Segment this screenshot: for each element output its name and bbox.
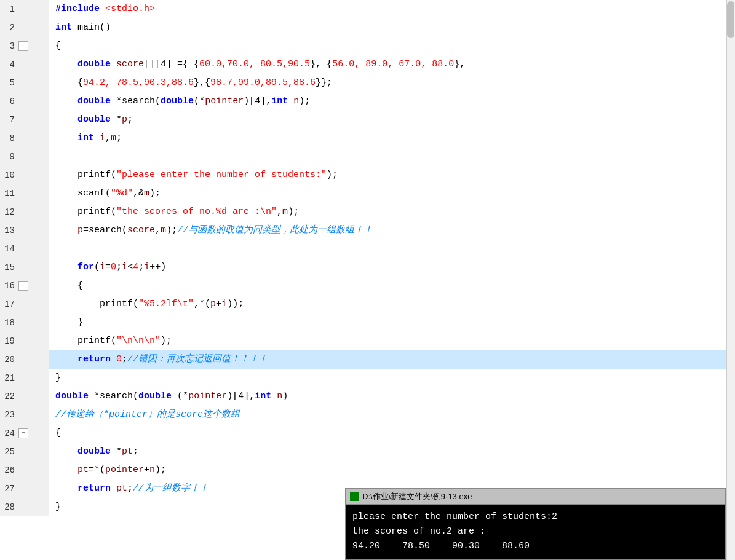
code-line: 11 scanf("%d",&m); [0, 184, 735, 203]
line-number: 21 [0, 369, 18, 387]
scrollbar-thumb[interactable] [727, 1, 734, 38]
line-gutter: 26 [0, 461, 49, 479]
code-line: 26 pt=*(pointer+n); [0, 461, 735, 479]
line-gutter: 8 [0, 129, 49, 148]
line-number: 26 [0, 461, 18, 479]
code-content: #include <stdio.h> [49, 0, 735, 18]
line-number: 14 [0, 240, 18, 258]
line-number: 28 [0, 498, 18, 516]
line-number: 20 [0, 350, 18, 369]
code-content: p=search(score,m);//与函数的取值为同类型，此处为一组数组！！ [49, 221, 735, 240]
code-content: { [49, 37, 735, 55]
line-number: 22 [0, 387, 18, 406]
code-line: 2int main() [0, 18, 735, 37]
line-gutter: 15 [0, 258, 49, 277]
line-number: 6 [0, 92, 18, 111]
code-line: 18 } [0, 314, 735, 332]
line-gutter: 5 [0, 74, 49, 92]
line-number: 4 [0, 55, 18, 74]
code-line: 9 [0, 148, 735, 166]
code-area: 1#include <stdio.h>2int main()3−{4 doubl… [0, 0, 735, 560]
code-content: printf("please enter the number of stude… [49, 166, 735, 184]
code-content: int main() [49, 18, 735, 37]
code-content: double *search(double (*pointer)[4],int … [49, 387, 735, 406]
line-gutter: 17 [0, 295, 49, 314]
code-content: } [49, 314, 735, 332]
code-content: double *pt; [49, 443, 735, 461]
code-line: 7 double *p; [0, 111, 735, 129]
code-line: 19 printf("\n\n\n"); [0, 332, 735, 350]
code-line: 6 double *search(double(*pointer)[4],int… [0, 92, 735, 111]
code-line: 13 p=search(score,m);//与函数的取值为同类型，此处为一组数… [0, 221, 735, 240]
line-number: 13 [0, 221, 18, 240]
code-line: 16− { [0, 277, 735, 295]
code-content: pt=*(pointer+n); [49, 461, 735, 479]
line-number: 17 [0, 295, 18, 314]
line-number: 7 [0, 111, 18, 129]
line-number: 11 [0, 184, 18, 203]
line-number: 9 [0, 148, 18, 166]
code-content: int i,m; [49, 129, 735, 148]
line-gutter: 14 [0, 240, 49, 258]
code-content: return 0;//错因：再次忘记返回值！！！！ [49, 350, 735, 369]
code-line: 17 printf("%5.2lf\t",*(p+i)); [0, 295, 735, 314]
line-number: 24 [0, 424, 18, 443]
code-content: //传递给（*pointer）的是score这个数组 [49, 406, 735, 424]
code-line: 20 return 0;//错因：再次忘记返回值！！！！ [0, 350, 735, 369]
line-gutter: 24− [0, 424, 49, 443]
fold-button[interactable]: − [18, 428, 28, 438]
code-line: 1#include <stdio.h> [0, 0, 735, 18]
code-content: printf("%5.2lf\t",*(p+i)); [49, 295, 735, 314]
code-content: { [49, 424, 735, 443]
line-gutter: 6 [0, 92, 49, 111]
terminal-icon [350, 492, 359, 501]
line-gutter: 21 [0, 369, 49, 387]
line-gutter: 2 [0, 18, 49, 37]
line-number: 15 [0, 258, 18, 277]
line-number: 1 [0, 0, 18, 18]
editor-container: 1#include <stdio.h>2int main()3−{4 doubl… [0, 0, 735, 560]
line-gutter: 16− [0, 277, 49, 295]
code-content: scanf("%d",&m); [49, 184, 735, 203]
fold-button[interactable]: − [18, 281, 28, 291]
line-gutter: 13 [0, 221, 49, 240]
line-number: 27 [0, 479, 18, 498]
code-content: double score[][4] ={ {60.0,70.0, 80.5,90… [49, 55, 735, 74]
code-line: 23//传递给（*pointer）的是score这个数组 [0, 406, 735, 424]
line-gutter: 18 [0, 314, 49, 332]
code-line: 10 printf("please enter the number of st… [0, 166, 735, 184]
line-number: 5 [0, 74, 18, 92]
code-content: printf("\n\n\n"); [49, 332, 735, 350]
line-gutter: 3− [0, 37, 49, 55]
code-line: 8 int i,m; [0, 129, 735, 148]
terminal-title: D:\作业\新建文件夹\例9-13.exe [362, 491, 472, 502]
scrollbar[interactable] [726, 0, 735, 560]
line-number: 2 [0, 18, 18, 37]
code-line: 21} [0, 369, 735, 387]
code-content: } [49, 369, 735, 387]
line-number: 25 [0, 443, 18, 461]
code-line: 15 for(i=0;i<4;i++) [0, 258, 735, 277]
line-number: 8 [0, 129, 18, 148]
code-line: 14 [0, 240, 735, 258]
fold-button[interactable]: − [18, 41, 28, 51]
terminal-window: D:\作业\新建文件夹\例9-13.exe please enter the n… [345, 488, 726, 560]
code-line: 3−{ [0, 37, 735, 55]
line-gutter: 10 [0, 166, 49, 184]
code-content [49, 148, 735, 166]
line-gutter: 23 [0, 406, 49, 424]
line-number: 16 [0, 277, 18, 295]
line-gutter: 25 [0, 443, 49, 461]
code-content: double *p; [49, 111, 735, 129]
line-gutter: 11 [0, 184, 49, 203]
line-number: 12 [0, 203, 18, 221]
line-number: 19 [0, 332, 18, 350]
terminal-titlebar: D:\作业\新建文件夹\例9-13.exe [346, 489, 725, 505]
code-line: 24−{ [0, 424, 735, 443]
line-gutter: 9 [0, 148, 49, 166]
line-gutter: 4 [0, 55, 49, 74]
code-content: for(i=0;i<4;i++) [49, 258, 735, 277]
line-gutter: 28 [0, 498, 49, 516]
line-gutter: 1 [0, 0, 49, 18]
line-gutter: 20 [0, 350, 49, 369]
